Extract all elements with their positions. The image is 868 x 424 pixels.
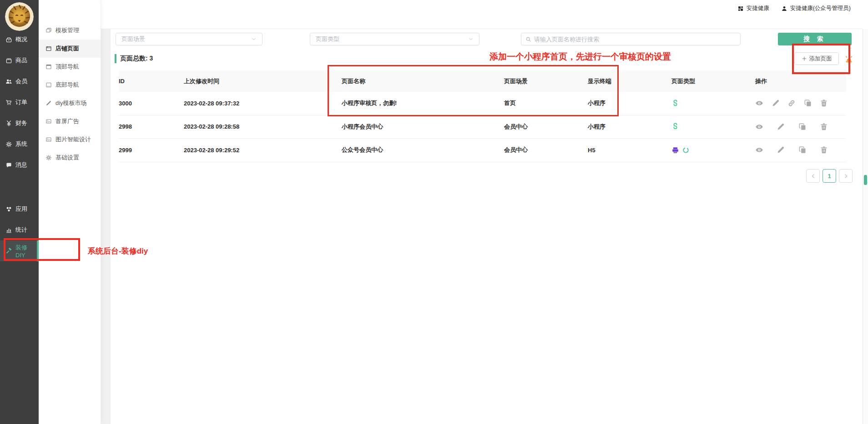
page-scene-select[interactable]: 页面场景	[116, 33, 262, 45]
window-icon	[45, 45, 52, 52]
submenu-item-0[interactable]: 模板管理	[39, 21, 101, 40]
cell-id: 2998	[119, 123, 184, 130]
submenu-item-label: 店铺页面	[56, 45, 79, 53]
cell-page-name: 小程序会员中心	[342, 123, 504, 131]
delete-icon[interactable]	[820, 123, 828, 131]
page-type-select[interactable]: 页面类型	[310, 33, 479, 45]
submenu-item-label: 基础设置	[56, 154, 79, 162]
total-count-label: 页面总数: 3	[120, 55, 153, 63]
cell-page-name: 公众号会员中心	[342, 146, 504, 154]
submenu-item-2[interactable]: 顶部导航	[39, 58, 101, 76]
view-icon[interactable]	[755, 146, 763, 154]
sidebar-item-4[interactable]: 财务	[0, 113, 39, 134]
chat-icon	[5, 162, 12, 169]
cell-modified: 2023-02-28 09:37:32	[184, 100, 342, 107]
gear-icon	[45, 155, 52, 161]
submenu-list: 模板管理 店铺页面 顶部导航 底部导航 diy模板市场 首屏广告 图片智能设计 …	[39, 21, 101, 167]
edit-icon[interactable]	[777, 123, 785, 131]
sidebar-item-1[interactable]: 商品	[0, 50, 39, 71]
copy-icon[interactable]	[798, 123, 807, 131]
copy-icon[interactable]	[798, 146, 807, 154]
window-bottom-icon	[45, 82, 52, 88]
page-number-button[interactable]: 1	[823, 169, 836, 183]
submenu-item-3[interactable]: 底部导航	[39, 76, 101, 94]
cell-terminal: H5	[588, 147, 671, 154]
add-page-button[interactable]: 添加页面	[794, 52, 839, 65]
pagination: 1	[806, 169, 853, 183]
table-row: 2999 2023-02-28 09:29:52 公众号会员中心 会员中心 H5	[119, 139, 846, 162]
cell-modified: 2023-02-28 09:28:58	[184, 123, 342, 130]
column-header: 页面场景	[504, 77, 588, 85]
cell-scene: 会员中心	[504, 146, 588, 154]
view-icon[interactable]	[755, 99, 763, 107]
submenu-item-6[interactable]: 图片智能设计	[39, 130, 101, 149]
sidebar-item-label: 会员	[15, 77, 27, 85]
scrollbar-track[interactable]	[863, 29, 868, 424]
sidebar-item-5[interactable]: 系统	[0, 134, 39, 155]
delete-icon[interactable]	[820, 99, 828, 107]
link-icon[interactable]	[787, 99, 796, 107]
sidebar-item-label: 商品	[15, 56, 27, 65]
search-button[interactable]: 搜 索	[778, 33, 852, 45]
workspace-label: 安捷健康	[747, 5, 769, 12]
cell-terminal: 小程序	[588, 123, 671, 131]
h5-icon	[671, 146, 679, 154]
cell-id: 3000	[119, 100, 184, 107]
chevron-right-icon	[843, 173, 849, 179]
cell-actions	[755, 123, 828, 131]
hammer-icon	[5, 248, 12, 254]
sidebar-item-2[interactable]: 装修DIY	[0, 240, 39, 261]
alarm-icon[interactable]	[844, 55, 853, 64]
submenu-item-1[interactable]: 店铺页面	[39, 40, 101, 58]
sidebar-group-main: 概况 商品 会员 订单 财务 系统 消息	[0, 29, 39, 175]
primary-sidebar: 概况 商品 会员 订单 财务 系统 消息 应用 统计	[0, 0, 39, 424]
column-header: ID	[119, 78, 184, 85]
apps-icon	[5, 206, 12, 213]
edit-icon[interactable]	[777, 146, 785, 154]
prev-page-button[interactable]	[806, 169, 820, 183]
scrollbar-thumb[interactable]	[864, 175, 867, 185]
next-page-button[interactable]	[839, 169, 853, 183]
copy-icon[interactable]	[804, 99, 812, 107]
chevron-down-icon	[251, 36, 257, 42]
submenu-item-label: 顶部导航	[56, 63, 79, 71]
secondary-sidebar: 模板管理 店铺页面 顶部导航 底部导航 diy模板市场 首屏广告 图片智能设计 …	[39, 0, 101, 424]
submenu-item-5[interactable]: 首屏广告	[39, 112, 101, 130]
miniprogram-icon	[671, 123, 679, 130]
brand-logo[interactable]	[5, 2, 34, 31]
workspace-switcher[interactable]: 安捷健康	[737, 5, 769, 12]
box2-icon	[5, 57, 12, 64]
ad-icon	[45, 118, 52, 125]
annotation-note-top: 添加一个小程序首页，先进行一个审核页的设置	[490, 51, 671, 63]
submenu-item-4[interactable]: diy模板市场	[39, 94, 101, 112]
delete-icon[interactable]	[820, 146, 828, 154]
cell-id: 2999	[119, 147, 184, 154]
sidebar-item-6[interactable]: 消息	[0, 155, 39, 175]
user-menu[interactable]: 安捷健康(公众号管理员)	[781, 5, 851, 12]
sidebar-item-1[interactable]: 统计	[0, 219, 39, 240]
column-header: 页面名称	[342, 77, 504, 85]
column-header: 显示终端	[588, 77, 671, 85]
sidebar-item-3[interactable]: 订单	[0, 92, 39, 113]
cell-scene: 首页	[504, 99, 588, 107]
sidebar-item-0[interactable]: 应用	[0, 199, 39, 219]
cell-actions	[755, 99, 828, 107]
page-scene-placeholder: 页面场景	[121, 35, 145, 43]
view-icon[interactable]	[755, 123, 763, 131]
sidebar-group-extra: 应用 统计 装修DIY	[0, 199, 39, 261]
edit-icon[interactable]	[772, 99, 780, 107]
page-number: 1	[828, 173, 831, 180]
search-input[interactable]	[534, 36, 736, 43]
user-icon	[781, 5, 787, 12]
sidebar-item-label: 统计	[15, 226, 27, 234]
page-type-placeholder: 页面类型	[316, 35, 339, 43]
box-icon	[5, 36, 12, 43]
sidebar-item-label: 概况	[15, 35, 27, 44]
sidebar-item-label: 装修DIY	[15, 244, 37, 259]
sidebar-item-0[interactable]: 概况	[0, 29, 39, 50]
submenu-item-7[interactable]: 基础设置	[39, 149, 101, 167]
submenu-item-label: 底部导航	[56, 81, 79, 89]
search-box	[521, 33, 741, 45]
sidebar-item-2[interactable]: 会员	[0, 71, 39, 92]
submenu-item-label: 首屏广告	[56, 117, 79, 125]
